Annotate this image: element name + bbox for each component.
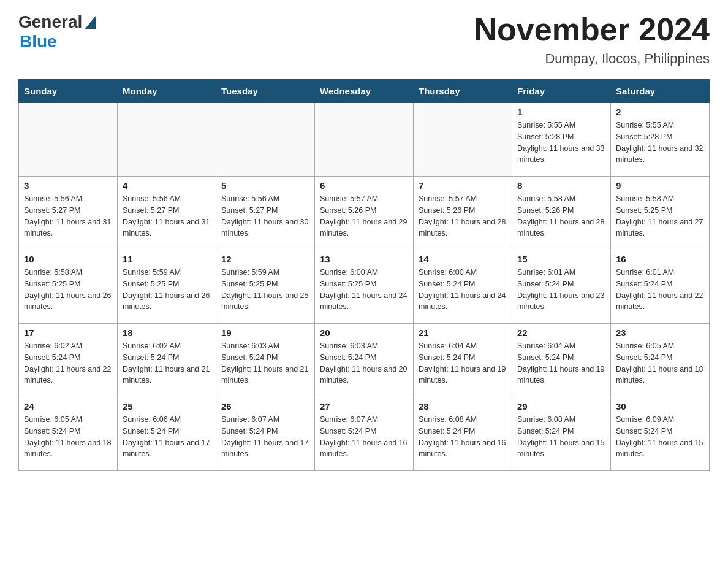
location-subtitle: Dumpay, Ilocos, Philippines xyxy=(474,51,710,67)
day-info: Sunrise: 6:08 AMSunset: 5:24 PMDaylight:… xyxy=(517,414,605,460)
day-info: Sunrise: 6:03 AMSunset: 5:24 PMDaylight:… xyxy=(320,340,408,386)
day-info: Sunrise: 6:09 AMSunset: 5:24 PMDaylight:… xyxy=(616,414,704,460)
calendar-day-header: Monday xyxy=(118,80,216,103)
calendar-day-header: Thursday xyxy=(414,80,512,103)
day-info: Sunrise: 6:07 AMSunset: 5:24 PMDaylight:… xyxy=(320,414,408,460)
calendar-day-cell xyxy=(19,103,118,177)
calendar-day-header: Sunday xyxy=(19,80,118,103)
day-number: 26 xyxy=(221,401,309,412)
day-info: Sunrise: 6:04 AMSunset: 5:24 PMDaylight:… xyxy=(419,340,507,386)
calendar-day-cell: 4Sunrise: 5:56 AMSunset: 5:27 PMDaylight… xyxy=(118,177,216,250)
day-info: Sunrise: 5:59 AMSunset: 5:25 PMDaylight:… xyxy=(221,267,309,313)
calendar-day-cell: 14Sunrise: 6:00 AMSunset: 5:24 PMDayligh… xyxy=(414,250,512,324)
calendar-day-cell: 29Sunrise: 6:08 AMSunset: 5:24 PMDayligh… xyxy=(512,397,611,471)
day-info: Sunrise: 6:08 AMSunset: 5:24 PMDaylight:… xyxy=(419,414,507,460)
calendar-day-cell: 3Sunrise: 5:56 AMSunset: 5:27 PMDaylight… xyxy=(19,177,118,250)
calendar-day-cell: 19Sunrise: 6:03 AMSunset: 5:24 PMDayligh… xyxy=(216,324,315,397)
day-number: 2 xyxy=(616,107,704,117)
calendar-day-cell: 30Sunrise: 6:09 AMSunset: 5:24 PMDayligh… xyxy=(611,397,710,471)
calendar-day-cell: 6Sunrise: 5:57 AMSunset: 5:26 PMDaylight… xyxy=(315,177,414,250)
day-info: Sunrise: 5:57 AMSunset: 5:26 PMDaylight:… xyxy=(320,193,408,239)
day-number: 13 xyxy=(320,254,408,264)
day-info: Sunrise: 5:58 AMSunset: 5:25 PMDaylight:… xyxy=(616,193,704,239)
calendar-day-cell: 28Sunrise: 6:08 AMSunset: 5:24 PMDayligh… xyxy=(414,397,512,471)
day-info: Sunrise: 6:01 AMSunset: 5:24 PMDaylight:… xyxy=(517,267,605,313)
calendar-day-cell: 15Sunrise: 6:01 AMSunset: 5:24 PMDayligh… xyxy=(512,250,611,324)
calendar-day-cell: 24Sunrise: 6:05 AMSunset: 5:24 PMDayligh… xyxy=(19,397,118,471)
day-number: 24 xyxy=(24,401,112,412)
day-info: Sunrise: 5:55 AMSunset: 5:28 PMDaylight:… xyxy=(517,120,605,166)
day-number: 7 xyxy=(419,180,507,191)
logo-triangle-icon xyxy=(85,16,96,29)
day-info: Sunrise: 5:58 AMSunset: 5:26 PMDaylight:… xyxy=(517,193,605,239)
calendar-day-cell: 12Sunrise: 5:59 AMSunset: 5:25 PMDayligh… xyxy=(216,250,315,324)
calendar-week-row: 10Sunrise: 5:58 AMSunset: 5:25 PMDayligh… xyxy=(19,250,710,324)
day-number: 16 xyxy=(616,254,704,264)
calendar-day-cell: 21Sunrise: 6:04 AMSunset: 5:24 PMDayligh… xyxy=(414,324,512,397)
calendar-header-row: SundayMondayTuesdayWednesdayThursdayFrid… xyxy=(19,80,710,103)
calendar-day-cell xyxy=(118,103,216,177)
day-number: 8 xyxy=(517,180,605,191)
day-info: Sunrise: 5:56 AMSunset: 5:27 PMDaylight:… xyxy=(24,193,112,239)
day-number: 27 xyxy=(320,401,408,412)
day-number: 25 xyxy=(123,401,211,412)
calendar-day-cell: 7Sunrise: 5:57 AMSunset: 5:26 PMDaylight… xyxy=(414,177,512,250)
calendar-day-header: Saturday xyxy=(611,80,710,103)
calendar-day-cell: 16Sunrise: 6:01 AMSunset: 5:24 PMDayligh… xyxy=(611,250,710,324)
title-block: November 2024 Dumpay, Ilocos, Philippine… xyxy=(474,12,710,67)
day-info: Sunrise: 6:04 AMSunset: 5:24 PMDaylight:… xyxy=(517,340,605,386)
day-info: Sunrise: 6:05 AMSunset: 5:24 PMDaylight:… xyxy=(616,340,704,386)
calendar-body: 1Sunrise: 5:55 AMSunset: 5:28 PMDaylight… xyxy=(19,103,710,471)
calendar-day-cell: 18Sunrise: 6:02 AMSunset: 5:24 PMDayligh… xyxy=(118,324,216,397)
calendar-day-cell: 26Sunrise: 6:07 AMSunset: 5:24 PMDayligh… xyxy=(216,397,315,471)
calendar-day-cell: 17Sunrise: 6:02 AMSunset: 5:24 PMDayligh… xyxy=(19,324,118,397)
day-info: Sunrise: 6:02 AMSunset: 5:24 PMDaylight:… xyxy=(123,340,211,386)
day-info: Sunrise: 5:56 AMSunset: 5:27 PMDaylight:… xyxy=(123,193,211,239)
calendar-day-cell: 8Sunrise: 5:58 AMSunset: 5:26 PMDaylight… xyxy=(512,177,611,250)
calendar-day-header: Wednesday xyxy=(315,80,414,103)
day-number: 20 xyxy=(320,327,408,338)
day-number: 1 xyxy=(517,107,605,117)
day-info: Sunrise: 5:55 AMSunset: 5:28 PMDaylight:… xyxy=(616,120,704,166)
day-number: 12 xyxy=(221,254,309,264)
calendar-day-cell: 9Sunrise: 5:58 AMSunset: 5:25 PMDaylight… xyxy=(611,177,710,250)
calendar-week-row: 17Sunrise: 6:02 AMSunset: 5:24 PMDayligh… xyxy=(19,324,710,397)
day-number: 21 xyxy=(419,327,507,338)
logo-blue-text: Blue xyxy=(20,32,57,52)
calendar-day-cell: 5Sunrise: 5:56 AMSunset: 5:27 PMDaylight… xyxy=(216,177,315,250)
day-number: 15 xyxy=(517,254,605,264)
day-number: 30 xyxy=(616,401,704,412)
calendar-day-cell: 20Sunrise: 6:03 AMSunset: 5:24 PMDayligh… xyxy=(315,324,414,397)
day-number: 19 xyxy=(221,327,309,338)
calendar-day-cell xyxy=(315,103,414,177)
day-number: 17 xyxy=(24,327,112,338)
day-number: 4 xyxy=(123,180,211,191)
calendar-day-cell: 1Sunrise: 5:55 AMSunset: 5:28 PMDaylight… xyxy=(512,103,611,177)
day-number: 23 xyxy=(616,327,704,338)
day-info: Sunrise: 5:59 AMSunset: 5:25 PMDaylight:… xyxy=(123,267,211,313)
calendar-day-cell: 23Sunrise: 6:05 AMSunset: 5:24 PMDayligh… xyxy=(611,324,710,397)
day-number: 6 xyxy=(320,180,408,191)
calendar-day-header: Tuesday xyxy=(216,80,315,103)
day-info: Sunrise: 6:05 AMSunset: 5:24 PMDaylight:… xyxy=(24,414,112,460)
day-info: Sunrise: 5:57 AMSunset: 5:26 PMDaylight:… xyxy=(419,193,507,239)
calendar-day-cell: 10Sunrise: 5:58 AMSunset: 5:25 PMDayligh… xyxy=(19,250,118,324)
day-info: Sunrise: 6:07 AMSunset: 5:24 PMDaylight:… xyxy=(221,414,309,460)
calendar-day-cell: 13Sunrise: 6:00 AMSunset: 5:25 PMDayligh… xyxy=(315,250,414,324)
calendar-day-cell: 11Sunrise: 5:59 AMSunset: 5:25 PMDayligh… xyxy=(118,250,216,324)
day-number: 9 xyxy=(616,180,704,191)
calendar-day-cell: 25Sunrise: 6:06 AMSunset: 5:24 PMDayligh… xyxy=(118,397,216,471)
day-info: Sunrise: 5:58 AMSunset: 5:25 PMDaylight:… xyxy=(24,267,112,313)
calendar-week-row: 1Sunrise: 5:55 AMSunset: 5:28 PMDaylight… xyxy=(19,103,710,177)
day-number: 29 xyxy=(517,401,605,412)
month-title: November 2024 xyxy=(474,12,710,47)
day-number: 5 xyxy=(221,180,309,191)
calendar-day-cell: 22Sunrise: 6:04 AMSunset: 5:24 PMDayligh… xyxy=(512,324,611,397)
day-info: Sunrise: 6:00 AMSunset: 5:25 PMDaylight:… xyxy=(320,267,408,313)
day-number: 3 xyxy=(24,180,112,191)
calendar-day-header: Friday xyxy=(512,80,611,103)
day-info: Sunrise: 6:06 AMSunset: 5:24 PMDaylight:… xyxy=(123,414,211,460)
day-info: Sunrise: 6:02 AMSunset: 5:24 PMDaylight:… xyxy=(24,340,112,386)
day-info: Sunrise: 5:56 AMSunset: 5:27 PMDaylight:… xyxy=(221,193,309,239)
day-number: 22 xyxy=(517,327,605,338)
